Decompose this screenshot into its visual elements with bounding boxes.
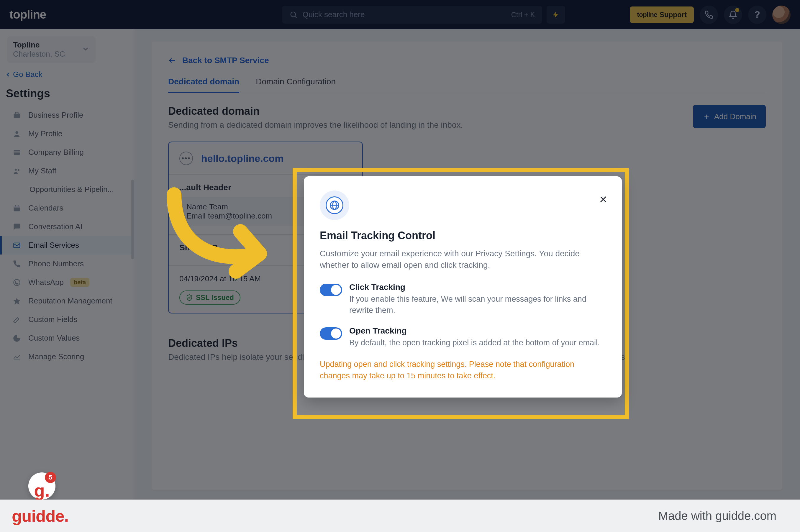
click-tracking-title: Click Tracking [349, 283, 606, 292]
modal-subtitle: Customize your email experience with our… [320, 248, 606, 271]
guidde-badge-count: 5 [45, 472, 56, 483]
email-tracking-modal: Email Tracking Control Customize your em… [304, 176, 622, 398]
open-tracking-title: Open Tracking [349, 326, 600, 336]
guidde-g-icon: g. [34, 482, 50, 499]
guidde-badge[interactable]: g. 5 [28, 472, 55, 499]
click-tracking-toggle[interactable] [320, 284, 342, 296]
modal-title: Email Tracking Control [320, 229, 606, 242]
click-tracking-option: Click Tracking If you enable this featur… [320, 283, 606, 316]
guidde-logo[interactable]: guidde. [12, 506, 69, 526]
close-icon [599, 195, 608, 204]
close-button[interactable] [599, 194, 608, 206]
modal-warning: Updating open and click tracking setting… [320, 359, 606, 382]
globe-icon [329, 200, 340, 211]
guidde-made-with: Made with guidde.com [658, 509, 776, 522]
click-tracking-desc: If you enable this feature, We will scan… [349, 294, 606, 316]
open-tracking-toggle[interactable] [320, 327, 342, 340]
guidde-footer: guidde. Made with guidde.com [0, 499, 800, 532]
open-tracking-desc: By default, the open tracking pixel is a… [349, 337, 600, 348]
modal-icon-wrap [320, 190, 349, 220]
open-tracking-option: Open Tracking By default, the open track… [320, 326, 606, 348]
